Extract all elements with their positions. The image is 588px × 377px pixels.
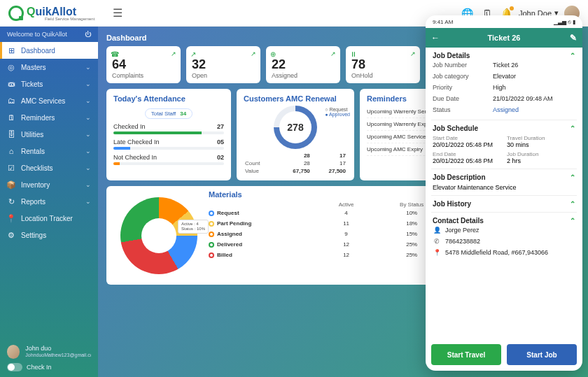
phone-icon: ✆ [433, 238, 441, 245]
detail-row: PriorityHigh [433, 82, 575, 93]
attendance-title: Today's Attendance [113, 94, 224, 103]
open-icon: ↗ [171, 50, 176, 57]
nav-icon: 🗓 [7, 113, 15, 122]
sidebar-welcome: Welcome to QuikAllot ⏻ [0, 27, 98, 42]
nav-icon: ◎ [7, 63, 15, 71]
sidebar-item-location-tracker[interactable]: 📍Location Tracker [0, 210, 98, 227]
phone-title: Ticket 26 [488, 34, 521, 42]
kpi-complaints[interactable]: ☎↗64Complaints [106, 46, 181, 83]
kpi-icon: ↗ [190, 50, 196, 58]
back-icon[interactable]: ← [431, 33, 440, 43]
section-header[interactable]: Job Description⌃ [433, 173, 575, 181]
materials-title: Materials [209, 190, 444, 199]
chevron-down-icon: ⌄ [85, 80, 91, 87]
chevron-up-icon: ⌃ [570, 125, 575, 132]
materials-row: Request 410% [209, 208, 444, 218]
section-job-history: Job History⌃ [431, 196, 577, 213]
phone-header: ← Ticket 26 ✎ [426, 28, 582, 48]
chevron-down-icon: ⌄ [85, 64, 91, 71]
materials-row: Part Pending 1118% [209, 218, 444, 229]
legend-dot-icon [209, 242, 214, 248]
materials-headers: Active By Status [209, 201, 444, 208]
nav-icon: 🗄 [7, 130, 15, 138]
progress-bar [113, 162, 224, 165]
chevron-up-icon: ⌃ [570, 217, 575, 225]
kpi-icon: ⊕ [270, 50, 276, 58]
mobile-preview: 9:41 AM ▁▃▅ ⎋ ▮ ← Ticket 26 ✎ Job Detail… [426, 15, 582, 371]
kpi-onhold[interactable]: ⏸↗78OnHold [346, 46, 420, 83]
open-icon: ↗ [330, 50, 336, 57]
nav-icon: 📍 [7, 214, 15, 222]
brand-letter: Q [27, 6, 35, 17]
materials-row: Assigned 915% [209, 229, 444, 239]
chevron-up-icon: ⌃ [570, 173, 575, 181]
materials-row: Delivered 1225% [209, 239, 444, 250]
section-header[interactable]: Job History⌃ [433, 200, 575, 208]
chart-tooltip: Active : 4 Status : 10% [178, 220, 209, 234]
signal-wifi-battery-icon: ▁▃▅ ⎋ ▮ [554, 19, 575, 25]
nav-icon: ⊞ [7, 46, 15, 55]
switch-icon [7, 363, 22, 371]
sidebar-item-reports[interactable]: ↻Reports⌄ [0, 193, 98, 210]
nav-icon: ↻ [7, 197, 15, 206]
sidebar-user[interactable]: John duo JohnduoMathew123@gmail.com [7, 345, 91, 359]
open-icon: ↗ [251, 50, 256, 57]
nav-icon: ☑ [7, 164, 15, 172]
sidebar-item-inventory[interactable]: 📦Inventory⌄ [0, 176, 98, 193]
start-travel-button[interactable]: Start Travel [431, 344, 501, 365]
kpi-icon: ☎ [111, 50, 119, 58]
avatar [7, 345, 20, 359]
sidebar-item-masters[interactable]: ◎Masters⌄ [0, 59, 98, 76]
kpi-open[interactable]: ↗↗32Open [186, 46, 260, 83]
contact-address[interactable]: 📍5478 Middlefield Road, #667,943066 [433, 247, 575, 258]
chevron-down-icon: ⌄ [85, 148, 91, 155]
sidebar-item-dashboard[interactable]: ⊞Dashboard [0, 42, 98, 59]
power-icon[interactable]: ⏻ [85, 31, 91, 38]
chevron-down-icon: ⌄ [85, 164, 91, 171]
sidebar-item-settings[interactable]: ⚙Settings [0, 227, 98, 243]
sidebar-item-checklists[interactable]: ☑Checklists⌄ [0, 159, 98, 176]
checkin-toggle[interactable]: Check In [7, 363, 91, 371]
chevron-down-icon: ⌄ [85, 97, 91, 104]
chevron-down-icon: ⌄ [85, 114, 91, 121]
sidebar-item-reminders[interactable]: 🗓Reminders⌄ [0, 109, 98, 126]
edit-icon[interactable]: ✎ [570, 33, 577, 43]
amc-legend: ○ Request ● Approved [325, 107, 350, 117]
section-contact-details: Contact Details⌃ 👤Jorge Perez ✆786423888… [431, 213, 577, 262]
amc-table: 2817 Count2817 Value67,75027,500 [244, 152, 347, 175]
legend-dot-icon [209, 221, 214, 227]
kpi-icon: ⏸ [350, 50, 357, 58]
sidebar-item-amc-services[interactable]: 🗂AMC Services⌄ [0, 92, 98, 109]
attendance-row: Not Checked In02 [113, 154, 224, 161]
sidebar-item-rentals[interactable]: ⌂Rentals⌄ [0, 143, 98, 159]
menu-toggle-icon[interactable]: ☰ [113, 6, 122, 20]
attendance-card: Today's Attendance Total Staff 34 Checke… [106, 89, 231, 180]
nav-icon: 📦 [7, 180, 15, 189]
section-header[interactable]: Job Schedule⌃ [433, 125, 575, 132]
section-job-description: Job Description⌃ Elevator Maintenance Se… [431, 169, 577, 196]
amc-ring-chart: 278 [274, 106, 317, 149]
progress-bar [113, 147, 224, 150]
nav-icon: ⚙ [7, 231, 15, 239]
progress-bar [113, 131, 224, 134]
open-icon: ↗ [410, 50, 416, 57]
person-icon: 👤 [433, 227, 441, 234]
start-job-button[interactable]: Start Job [507, 344, 577, 365]
legend-dot-icon [209, 252, 214, 258]
materials-row: Billed 1225% [209, 250, 444, 260]
detail-row: Job NumberTicket 26 [433, 59, 575, 71]
section-header[interactable]: Contact Details⌃ [433, 217, 575, 225]
nav-icon: 🗂 [7, 97, 15, 105]
section-header[interactable]: Job Details⌃ [433, 52, 575, 59]
sidebar-item-utilities[interactable]: 🗄Utilities⌄ [0, 126, 98, 143]
phone-statusbar: 9:41 AM ▁▃▅ ⎋ ▮ [426, 15, 582, 28]
kpi-assigned[interactable]: ⊕↗22Assigned [266, 46, 340, 83]
contact-name: 👤Jorge Perez [433, 225, 575, 236]
contact-phone[interactable]: ✆7864238882 [433, 236, 575, 247]
detail-row: Due Date21/01/2022 09:48 AM [433, 93, 575, 104]
brand[interactable]: QuikAllot Field Service Management [8, 6, 94, 21]
section-job-schedule: Job Schedule⌃ Start Date20/01/2022 05:48… [431, 120, 577, 169]
chevron-down-icon: ⌄ [85, 198, 91, 205]
description-text: Elevator Maintenance Service [433, 181, 575, 191]
sidebar-item-tickets[interactable]: 🎟Tickets⌄ [0, 76, 98, 92]
